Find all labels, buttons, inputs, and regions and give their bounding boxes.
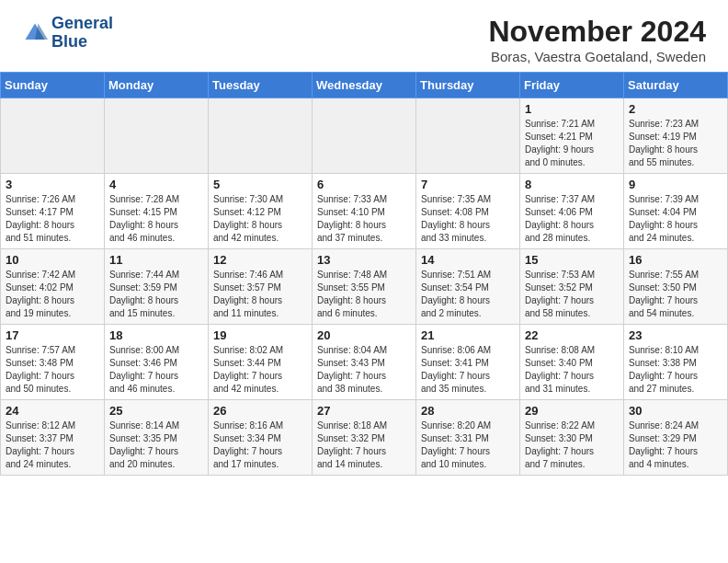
day-cell: 6Sunrise: 7:33 AM Sunset: 4:10 PM Daylig… [313, 174, 416, 249]
day-number: 28 [421, 404, 515, 418]
location: Boras, Vaestra Goetaland, Sweden [488, 49, 706, 64]
day-info: Sunrise: 8:10 AM Sunset: 3:38 PM Dayligh… [629, 344, 722, 396]
weekday-header-sunday: Sunday [1, 73, 105, 98]
logo-line2: Blue [51, 33, 113, 52]
day-info: Sunrise: 8:20 AM Sunset: 3:31 PM Dayligh… [421, 419, 515, 471]
day-cell: 2Sunrise: 7:23 AM Sunset: 4:19 PM Daylig… [624, 98, 728, 174]
day-info: Sunrise: 8:02 AM Sunset: 3:44 PM Dayligh… [213, 344, 307, 396]
day-number: 13 [317, 253, 411, 267]
day-number: 9 [629, 178, 722, 191]
day-number: 19 [213, 328, 307, 342]
day-cell: 29Sunrise: 8:22 AM Sunset: 3:30 PM Dayli… [520, 400, 624, 476]
page-header: General Blue November 2024 Boras, Vaestr… [0, 0, 728, 72]
day-cell: 8Sunrise: 7:37 AM Sunset: 4:06 PM Daylig… [520, 174, 624, 249]
day-cell [209, 98, 313, 174]
day-number: 24 [6, 404, 99, 418]
day-info: Sunrise: 7:35 AM Sunset: 4:08 PM Dayligh… [421, 193, 515, 245]
day-cell: 21Sunrise: 8:06 AM Sunset: 3:41 PM Dayli… [416, 325, 520, 400]
day-number: 10 [6, 253, 99, 267]
day-number: 27 [317, 404, 411, 418]
day-info: Sunrise: 7:30 AM Sunset: 4:12 PM Dayligh… [213, 193, 307, 245]
month-title: November 2024 [488, 15, 706, 49]
day-cell: 30Sunrise: 8:24 AM Sunset: 3:29 PM Dayli… [624, 400, 728, 476]
day-number: 26 [213, 404, 307, 418]
day-info: Sunrise: 7:23 AM Sunset: 4:19 PM Dayligh… [629, 118, 722, 169]
day-number: 18 [109, 328, 203, 342]
week-row-3: 10Sunrise: 7:42 AM Sunset: 4:02 PM Dayli… [1, 249, 728, 325]
day-info: Sunrise: 7:33 AM Sunset: 4:10 PM Dayligh… [317, 193, 411, 245]
day-cell [1, 98, 105, 174]
day-info: Sunrise: 7:37 AM Sunset: 4:06 PM Dayligh… [525, 193, 619, 245]
day-info: Sunrise: 7:44 AM Sunset: 3:59 PM Dayligh… [109, 269, 203, 320]
day-info: Sunrise: 8:24 AM Sunset: 3:29 PM Dayligh… [629, 419, 722, 471]
day-number: 25 [109, 404, 203, 418]
day-cell: 16Sunrise: 7:55 AM Sunset: 3:50 PM Dayli… [624, 249, 728, 325]
day-cell: 10Sunrise: 7:42 AM Sunset: 4:02 PM Dayli… [1, 249, 105, 325]
logo-icon [22, 20, 48, 46]
day-number: 20 [317, 328, 411, 342]
day-number: 23 [629, 328, 722, 342]
svg-marker-2 [35, 23, 48, 40]
calendar: SundayMondayTuesdayWednesdayThursdayFrid… [0, 72, 728, 476]
day-info: Sunrise: 7:48 AM Sunset: 3:55 PM Dayligh… [317, 269, 411, 320]
day-number: 17 [6, 328, 99, 342]
day-cell: 3Sunrise: 7:26 AM Sunset: 4:17 PM Daylig… [1, 174, 105, 249]
day-info: Sunrise: 7:42 AM Sunset: 4:02 PM Dayligh… [6, 269, 99, 320]
day-cell: 26Sunrise: 8:16 AM Sunset: 3:34 PM Dayli… [209, 400, 313, 476]
day-cell [105, 98, 209, 174]
weekday-header-tuesday: Tuesday [209, 73, 313, 98]
title-block: November 2024 Boras, Vaestra Goetaland, … [488, 15, 706, 64]
day-number: 6 [317, 178, 411, 191]
day-number: 5 [213, 178, 307, 191]
day-cell: 24Sunrise: 8:12 AM Sunset: 3:37 PM Dayli… [1, 400, 105, 476]
day-info: Sunrise: 7:39 AM Sunset: 4:04 PM Dayligh… [629, 193, 722, 245]
week-row-1: 1Sunrise: 7:21 AM Sunset: 4:21 PM Daylig… [1, 98, 728, 174]
day-number: 3 [6, 178, 99, 191]
day-info: Sunrise: 8:12 AM Sunset: 3:37 PM Dayligh… [6, 419, 99, 471]
day-cell: 9Sunrise: 7:39 AM Sunset: 4:04 PM Daylig… [624, 174, 728, 249]
weekday-header-friday: Friday [520, 73, 624, 98]
day-cell: 17Sunrise: 7:57 AM Sunset: 3:48 PM Dayli… [1, 325, 105, 400]
day-cell: 28Sunrise: 8:20 AM Sunset: 3:31 PM Dayli… [416, 400, 520, 476]
day-info: Sunrise: 7:55 AM Sunset: 3:50 PM Dayligh… [629, 269, 722, 320]
day-number: 14 [421, 253, 515, 267]
day-info: Sunrise: 7:57 AM Sunset: 3:48 PM Dayligh… [6, 344, 99, 396]
weekday-header-row: SundayMondayTuesdayWednesdayThursdayFrid… [1, 73, 728, 98]
day-info: Sunrise: 7:26 AM Sunset: 4:17 PM Dayligh… [6, 193, 99, 245]
day-info: Sunrise: 7:28 AM Sunset: 4:15 PM Dayligh… [109, 193, 203, 245]
day-info: Sunrise: 8:06 AM Sunset: 3:41 PM Dayligh… [421, 344, 515, 396]
day-cell [416, 98, 520, 174]
day-cell: 5Sunrise: 7:30 AM Sunset: 4:12 PM Daylig… [209, 174, 313, 249]
week-row-4: 17Sunrise: 7:57 AM Sunset: 3:48 PM Dayli… [1, 325, 728, 400]
weekday-header-wednesday: Wednesday [313, 73, 416, 98]
day-cell: 1Sunrise: 7:21 AM Sunset: 4:21 PM Daylig… [520, 98, 624, 174]
day-info: Sunrise: 8:18 AM Sunset: 3:32 PM Dayligh… [317, 419, 411, 471]
day-cell: 13Sunrise: 7:48 AM Sunset: 3:55 PM Dayli… [313, 249, 416, 325]
day-cell: 22Sunrise: 8:08 AM Sunset: 3:40 PM Dayli… [520, 325, 624, 400]
week-row-2: 3Sunrise: 7:26 AM Sunset: 4:17 PM Daylig… [1, 174, 728, 249]
day-cell: 15Sunrise: 7:53 AM Sunset: 3:52 PM Dayli… [520, 249, 624, 325]
week-row-5: 24Sunrise: 8:12 AM Sunset: 3:37 PM Dayli… [1, 400, 728, 476]
day-cell: 19Sunrise: 8:02 AM Sunset: 3:44 PM Dayli… [209, 325, 313, 400]
day-number: 22 [525, 328, 619, 342]
day-cell: 7Sunrise: 7:35 AM Sunset: 4:08 PM Daylig… [416, 174, 520, 249]
day-info: Sunrise: 8:00 AM Sunset: 3:46 PM Dayligh… [109, 344, 203, 396]
weekday-header-monday: Monday [105, 73, 209, 98]
day-number: 1 [525, 102, 619, 116]
weekday-header-saturday: Saturday [624, 73, 728, 98]
day-number: 8 [525, 178, 619, 191]
day-info: Sunrise: 8:08 AM Sunset: 3:40 PM Dayligh… [525, 344, 619, 396]
day-number: 7 [421, 178, 515, 191]
day-number: 16 [629, 253, 722, 267]
day-info: Sunrise: 7:53 AM Sunset: 3:52 PM Dayligh… [525, 269, 619, 320]
day-number: 12 [213, 253, 307, 267]
day-info: Sunrise: 7:21 AM Sunset: 4:21 PM Dayligh… [525, 118, 619, 169]
day-info: Sunrise: 7:51 AM Sunset: 3:54 PM Dayligh… [421, 269, 515, 320]
day-number: 15 [525, 253, 619, 267]
day-info: Sunrise: 8:22 AM Sunset: 3:30 PM Dayligh… [525, 419, 619, 471]
day-cell: 11Sunrise: 7:44 AM Sunset: 3:59 PM Dayli… [105, 249, 209, 325]
day-info: Sunrise: 8:04 AM Sunset: 3:43 PM Dayligh… [317, 344, 411, 396]
logo: General Blue [22, 15, 113, 52]
day-cell: 4Sunrise: 7:28 AM Sunset: 4:15 PM Daylig… [105, 174, 209, 249]
logo-line1: General [51, 15, 113, 33]
